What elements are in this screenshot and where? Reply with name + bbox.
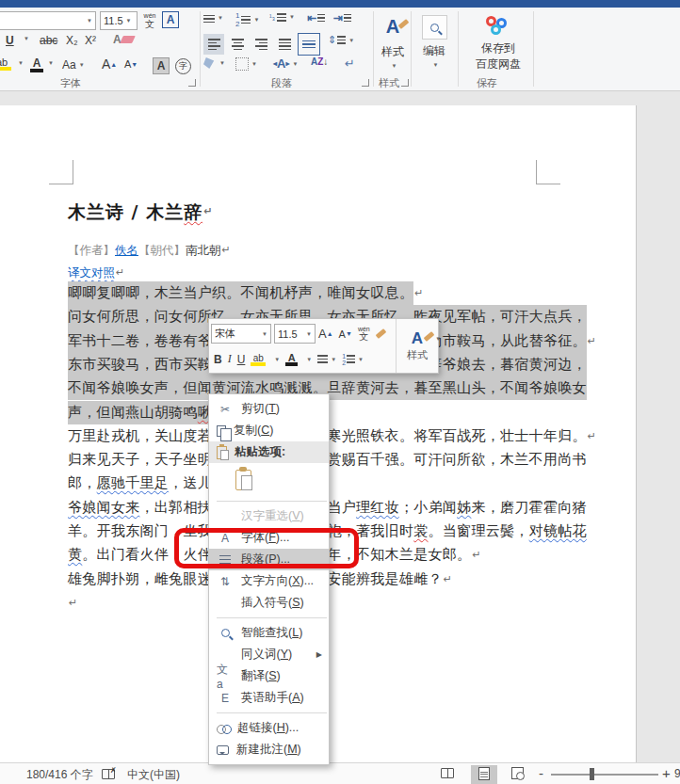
character-border-button[interactable]: A xyxy=(162,11,179,28)
save-to-baidu-button[interactable]: 保存到 百度网盘 xyxy=(465,12,531,74)
distribute-button[interactable] xyxy=(298,33,320,56)
numbered-list-button[interactable]: 12▼ xyxy=(235,11,259,28)
multilevel-list-button[interactable]: ¹₃▼ xyxy=(269,11,295,24)
sort-button[interactable]: AZ↓ xyxy=(311,56,328,67)
paragraph-mark: ↵ xyxy=(202,200,213,224)
text-highlight-button[interactable]: ab xyxy=(0,56,11,71)
doc-line[interactable]: ↵ xyxy=(68,591,78,615)
word-count[interactable]: 180/416 个字 xyxy=(26,767,93,783)
styles-button[interactable]: A 样式 ▼ xyxy=(377,13,409,72)
mini-font-color-button[interactable]: A xyxy=(283,349,300,370)
print-layout-button[interactable] xyxy=(471,765,497,784)
web-layout-button[interactable] xyxy=(511,767,524,782)
styles-group-label: 样式 xyxy=(379,76,399,90)
mini-phonetic-button[interactable]: wén 文 xyxy=(355,324,373,344)
character-shading-button[interactable]: A xyxy=(153,57,170,74)
character-scaling-button[interactable]: ◂A▸▼ xyxy=(273,56,298,71)
shading-button[interactable]: ▼ xyxy=(203,57,225,69)
doc-line[interactable]: 唧唧复唧唧，木兰当户织。不闻机杼声，唯闻女叹息。↵ xyxy=(68,281,424,305)
font-color-button[interactable]: A xyxy=(30,56,43,72)
mini-bullet-list-button[interactable]: ▼ xyxy=(315,349,339,370)
menu-item-text-direction[interactable]: ⇅文字方向(X)... xyxy=(209,570,329,592)
mini-highlight-dropdown[interactable]: ▼ xyxy=(268,349,283,370)
grow-font-button[interactable]: A▲ xyxy=(102,56,117,72)
menu-item-smart-lookup[interactable]: 智能查找(L) xyxy=(209,622,329,644)
styles-dialog-launcher[interactable] xyxy=(401,79,409,87)
doc-line[interactable]: 万里赴戎机，关山度若飞。朔气传金柝，寒光照铁衣。将军百战死，壮士十年归。↵ xyxy=(68,424,596,448)
bullet-list-button[interactable]: ▼ xyxy=(203,11,223,24)
font-name-combo[interactable]: ▼ xyxy=(0,11,96,30)
zoom-in-button[interactable]: + xyxy=(662,765,671,781)
read-mode-button[interactable] xyxy=(441,768,454,781)
underline-dropdown[interactable]: ▼ xyxy=(21,36,29,41)
borders-button[interactable]: ▼ xyxy=(235,57,257,71)
menu-item-paste-keep-source[interactable] xyxy=(209,463,329,497)
font-color-dropdown[interactable]: ▼ xyxy=(45,60,54,66)
phonetic-guide-button[interactable]: wén 文 xyxy=(139,10,160,31)
font-size-combo[interactable]: 11.5▼ xyxy=(100,11,138,30)
doc-text: 辞 xyxy=(184,200,202,224)
paragraph-mark: ↵ xyxy=(471,543,481,567)
mini-highlight-button[interactable]: ab xyxy=(248,349,268,370)
font-dialog-launcher[interactable] xyxy=(188,79,196,87)
mini-font-name-combo[interactable]: 宋体▼ xyxy=(211,324,271,344)
superscript-button[interactable]: X² xyxy=(85,34,96,47)
proofing-status-icon[interactable]: ✗ xyxy=(102,769,115,782)
mini-shrink-font-button[interactable]: A▼ xyxy=(336,324,355,344)
enclose-characters-button[interactable]: 字 xyxy=(175,58,191,74)
menu-item-label: 翻译(S) xyxy=(241,668,281,684)
line-spacing-button[interactable]: ⇕▼ xyxy=(328,34,354,46)
menu-item-label: 复制(C) xyxy=(234,423,273,439)
mini-format-painter-button[interactable] xyxy=(373,324,389,344)
mini-grow-font-button[interactable]: A▲ xyxy=(316,324,336,344)
menu-item-new-comment[interactable]: 新建批注(M) xyxy=(209,739,329,760)
align-right-button[interactable] xyxy=(251,34,271,55)
change-case-button[interactable]: Aa▼ xyxy=(62,58,85,72)
edit-button[interactable]: 编辑 ▼ xyxy=(416,12,452,71)
doc-text: 姊 xyxy=(457,496,471,520)
mini-numbered-list-button[interactable]: 12▼ xyxy=(339,349,366,370)
menu-item-insert-symbol[interactable]: 插入符号(S) xyxy=(209,592,329,614)
doc-line[interactable]: 木兰诗 / 木兰辞↵ xyxy=(68,200,213,224)
margin-cropmark-left xyxy=(49,160,73,184)
doc-text: 理红妆 xyxy=(356,496,399,520)
mini-underline-button[interactable]: U xyxy=(235,349,249,370)
align-center-button[interactable] xyxy=(227,34,248,55)
annotation-red-box xyxy=(174,528,359,568)
mini-font-size-combo[interactable]: 11.5▼ xyxy=(274,324,316,344)
underline-button[interactable]: U xyxy=(6,34,14,47)
mini-styles-button[interactable]: A ▼ 样式 xyxy=(396,319,438,373)
subscript-button[interactable]: X₂ xyxy=(66,34,78,47)
mini-font-color-dropdown[interactable]: ▼ xyxy=(300,349,315,370)
highlight-dropdown[interactable]: ▼ xyxy=(15,60,24,66)
align-left-button[interactable] xyxy=(203,34,224,55)
menu-item-hyperlink[interactable]: 超链接(H)... xyxy=(209,717,329,739)
menu-item-cut[interactable]: ✂剪切(T) xyxy=(209,398,329,420)
menu-item-english-assistant[interactable]: E英语助手(A) xyxy=(209,687,329,709)
mini-bold-button[interactable]: B xyxy=(211,349,225,370)
mini-italic-button[interactable]: I xyxy=(225,349,235,370)
zoom-percent[interactable]: 90 xyxy=(674,767,680,780)
paragraph-dialog-launcher[interactable] xyxy=(362,79,369,87)
strikethrough-button[interactable]: abc xyxy=(40,34,57,47)
zoom-slider-handle[interactable] xyxy=(590,768,594,780)
zoom-out-button[interactable]: - xyxy=(539,765,543,781)
align-right-icon xyxy=(255,37,267,52)
shrink-font-button[interactable]: A▼ xyxy=(124,58,138,70)
decrease-indent-button[interactable]: ⇤ xyxy=(307,11,325,24)
doc-line[interactable]: 【作者】佚名【朝代】南北朝↵ xyxy=(68,242,231,259)
status-bar: 180/416 个字 ✗ 中文(中国) - + 90 xyxy=(0,762,680,784)
menu-item-translate[interactable]: 文a翻译(S) xyxy=(209,665,329,687)
menu-item-label: 文字方向(X)... xyxy=(241,573,314,589)
increase-indent-button[interactable]: ⇥ xyxy=(333,11,351,24)
menu-item-hanzi-reselect[interactable]: 汉字重选(V) xyxy=(209,505,329,527)
doc-line[interactable]: 译文对照↵ xyxy=(68,264,124,281)
doc-link[interactable]: 佚名 xyxy=(115,242,138,259)
clear-formatting-button[interactable]: A xyxy=(113,33,134,46)
doc-link[interactable]: 译文对照 xyxy=(68,264,115,281)
justify-button[interactable] xyxy=(274,34,295,55)
zoom-slider-track[interactable] xyxy=(551,774,658,776)
menu-item-copy[interactable]: 复制(C) xyxy=(209,420,329,441)
language-status[interactable]: 中文(中国) xyxy=(127,767,180,783)
show-marks-button[interactable]: ↵ xyxy=(345,56,355,71)
